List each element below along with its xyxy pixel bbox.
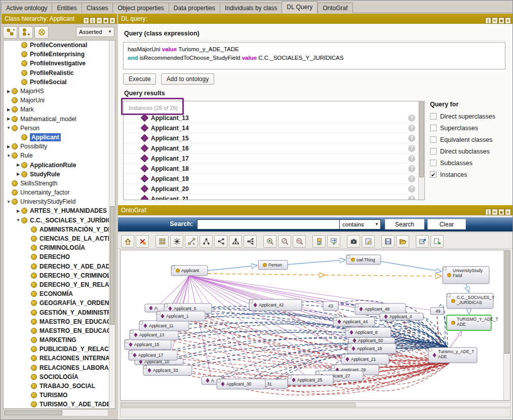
tree-item-publicidad_y_relac[interactable]: PUBLICIDAD_Y_RELAC [4, 345, 115, 354]
tab-ontograf[interactable]: OntoGraf [318, 3, 352, 13]
graph-horizontal-scrollbar[interactable] [120, 402, 510, 407]
tree-item-mathematical_model[interactable]: ▶Mathematical_model [4, 114, 115, 124]
window-control-icon[interactable]: | [90, 17, 96, 24]
add-sibling-class-icon[interactable] [19, 26, 33, 39]
tree-horizontal-icon[interactable] [214, 235, 227, 248]
tree-expand-down-icon[interactable]: ▼ [15, 218, 21, 222]
graph-node-applicant_1[interactable]: Applicant_1 [156, 311, 205, 321]
add-subclass-icon[interactable] [3, 26, 17, 39]
export-graph-icon[interactable] [430, 235, 444, 248]
query-for-option-direct-superclasses[interactable]: Direct superclasses [430, 113, 511, 120]
graph-node-universitystudyfield[interactable]: UniversityStudyField [443, 266, 489, 284]
graph-node-applicant_33[interactable]: Applicant_33 [143, 365, 192, 375]
tree-item-majoruni[interactable]: MajorUni [4, 96, 115, 105]
explain-button[interactable]: ? [408, 196, 415, 201]
checkbox-icon[interactable] [430, 113, 437, 120]
screenshot-icon[interactable] [347, 235, 360, 248]
tree-item-profilerealistic[interactable]: ProfileRealistic [4, 68, 115, 78]
tree-item-criminología[interactable]: CRIMINOLOGÍA [4, 243, 115, 252]
radial-layout-icon[interactable] [170, 235, 183, 248]
query-for-option-direct-subclasses[interactable]: Direct subclasses [430, 148, 511, 155]
tree-item-profilesocial[interactable]: ProfileSocial [4, 78, 115, 87]
tree-item-applicationrule[interactable]: ▶ApplicationRule [4, 160, 115, 169]
delete-class-icon[interactable] [34, 26, 49, 39]
result-row-applicant_19[interactable]: Applicant_19? [124, 174, 424, 184]
result-row-applicant_14[interactable]: Applicant_14? [124, 123, 424, 133]
tree-item-derecho_y_en_rela[interactable]: DERECHO_Y_EN_RELA [4, 280, 115, 289]
graph-node-applicant_17[interactable]: Applicant_17 [129, 350, 177, 360]
window-control-icon[interactable]: ■ [103, 17, 109, 24]
execute-button[interactable]: Execute [123, 73, 156, 85]
tree-item-ciencias_de_la_acti[interactable]: CIENCIAS_DE_LA_ACTI [4, 234, 115, 243]
graph-node-applicant_50[interactable]: Applicant_50 [348, 337, 395, 343]
tree-expand-right-icon[interactable]: ▶ [15, 209, 21, 213]
result-row-applicant_20[interactable]: Applicant_20? [124, 184, 424, 194]
checkbox-icon[interactable] [430, 148, 437, 155]
home-icon[interactable] [121, 235, 134, 248]
graph-node-applicant_11[interactable]: Applicant_11 [139, 321, 189, 331]
tree-item-derecho[interactable]: DERECHO [4, 252, 115, 261]
save-icon[interactable] [381, 235, 394, 248]
tree-horizontal-directed-icon[interactable] [244, 235, 257, 248]
window-control-icon[interactable]: × [505, 17, 511, 24]
tab-individuals-by-class[interactable]: Individuals by class [220, 3, 282, 13]
explain-button[interactable]: ? [408, 145, 415, 152]
tree-item-rule[interactable]: ▼Rule [4, 151, 115, 160]
tree-item-profileconventional[interactable]: ProfileConventional [4, 41, 115, 50]
match-mode-dropdown[interactable]: contains ▼ [339, 219, 381, 230]
tree-vertical-directed-icon[interactable] [229, 235, 242, 248]
graph-node-applicant[interactable]: Applicant [171, 265, 208, 276]
node-display-icon[interactable] [312, 235, 326, 248]
result-row-applicant_13[interactable]: Applicant_13? [124, 113, 424, 123]
graph-node-49[interactable]: 49 [430, 308, 444, 315]
zoom-in-icon[interactable] [263, 235, 277, 248]
tree-item-gestión_y_administr[interactable]: GESTIÓN_Y_ADMINISTR [4, 308, 115, 317]
tree-expand-right-icon[interactable]: ▶ [15, 163, 21, 167]
zoom-out-icon[interactable] [293, 235, 306, 248]
window-control-icon[interactable]: | [485, 209, 491, 215]
tree-item-profileenterprising[interactable]: ProfileEnterprising [4, 50, 115, 59]
tab-object-properties[interactable]: Object properties [112, 3, 168, 13]
tree-item-relaciones_labora[interactable]: RELACIONES_LABORA [4, 363, 115, 372]
window-control-icon[interactable]: ? [83, 17, 89, 24]
tree-item-maestro_en_educac[interactable]: MAESTRO_EN_EDUCAC [4, 317, 115, 326]
graph-node-43[interactable]: 43 [323, 301, 338, 311]
prune-icon[interactable] [136, 235, 149, 248]
graph-node-applicant_25[interactable]: Applicant_25 [288, 375, 333, 385]
tree-item-relaciones_interna[interactable]: RELACIONES_INTERNA [4, 354, 115, 363]
explain-button[interactable]: ? [408, 165, 415, 172]
tree-item-trabajo_social[interactable]: TRABAJO_SOCIAL [4, 381, 115, 391]
tree-expand-down-icon[interactable]: ▼ [6, 126, 12, 130]
query-expression-editor[interactable]: hasMajorUni value Turismo_y_ADE_TADEand … [123, 42, 505, 69]
tree-expand-right-icon[interactable]: ▶ [6, 144, 12, 149]
result-row-applicant_16[interactable]: Applicant_16? [124, 143, 424, 154]
tree-item-person[interactable]: ▼Person [4, 124, 115, 133]
tab-dl-query[interactable]: DL Query [282, 1, 318, 13]
window-control-icon[interactable]: = [492, 209, 498, 215]
graph-node-applicant_15[interactable]: Applicant_15 [125, 339, 171, 350]
graph-node-c.c._sociales_y_jurídicas[interactable]: C.C._SOCIALES_Y_JURÍDICAS [447, 293, 495, 309]
tree-item-maestro_en_educac[interactable]: MAESTRO_EN_EDUCAC [4, 326, 115, 335]
tree-item-artes_y_humanidades[interactable]: ▶ARTES_Y_HUMANIDADES [4, 206, 115, 215]
tree-expand-right-icon[interactable]: ▶ [6, 117, 12, 121]
query-for-option-subclasses[interactable]: Subclasses [430, 160, 511, 166]
explain-button[interactable]: ? [408, 185, 415, 193]
tree-item-mark[interactable]: ▶Mark [4, 105, 115, 114]
graph-node-applicant_19[interactable]: Applicant_19 [347, 343, 396, 354]
spring-layout-icon[interactable]: s [185, 235, 198, 248]
graph-node-applicant_8[interactable]: Applicant_8 [345, 327, 391, 337]
tab-active-ontology[interactable]: Active ontology [1, 3, 52, 13]
explain-button[interactable]: ? [408, 155, 415, 162]
zoom-reset-icon[interactable] [278, 235, 291, 248]
graph-vertical-scrollbar[interactable] [503, 250, 510, 400]
export-annotations-icon[interactable] [362, 235, 375, 248]
result-row-applicant_17[interactable]: Applicant_17? [124, 154, 424, 164]
tree-item-turismo[interactable]: TURISMO [4, 391, 115, 400]
tree-item-c.c._sociales_y_jurídicas[interactable]: ▼C.C._SOCIALES_Y_JURÍDICAS [4, 216, 115, 225]
tree-item-universitystudyfield[interactable]: ▼UniversityStudyField [4, 197, 115, 206]
checkbox-checked-icon[interactable]: ✔ [430, 171, 437, 178]
tab-data-properties[interactable]: Data properties [169, 3, 220, 13]
tree-expand-right-icon[interactable]: ▶ [6, 89, 12, 94]
window-control-icon[interactable]: ■ [498, 209, 504, 215]
tree-item-applicant[interactable]: Applicant [4, 133, 115, 142]
